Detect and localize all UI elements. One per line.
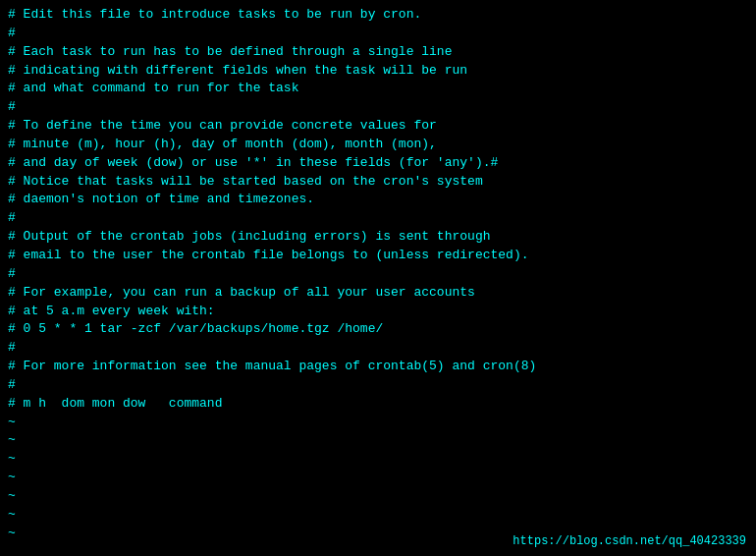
terminal-line: # Each task to run has to be defined thr… bbox=[8, 43, 748, 62]
terminal-line: # bbox=[8, 25, 748, 43]
terminal-line: # For more information see the manual pa… bbox=[8, 358, 748, 376]
watermark: https://blog.csdn.net/qq_40423339 bbox=[513, 534, 746, 548]
terminal-line: # bbox=[8, 209, 748, 228]
terminal-line: # Notice that tasks will be started base… bbox=[8, 173, 748, 192]
terminal-line: # bbox=[8, 376, 748, 395]
terminal-line: # at 5 a.m every week with: bbox=[8, 303, 748, 321]
terminal-line: # For example, you can run a backup of a… bbox=[8, 284, 748, 303]
terminal-line: # Output of the crontab jobs (including … bbox=[8, 228, 748, 247]
terminal-line: ~ bbox=[8, 450, 748, 469]
terminal-line: ~ bbox=[8, 469, 748, 487]
terminal-window: # Edit this file to introduce tasks to b… bbox=[0, 0, 756, 556]
terminal-line: # and what command to run for the task bbox=[8, 80, 748, 98]
terminal-line: # Edit this file to introduce tasks to b… bbox=[8, 6, 748, 25]
terminal-line: ~ bbox=[8, 414, 748, 432]
terminal-line: ~ bbox=[8, 431, 748, 450]
terminal-line: # bbox=[8, 98, 748, 117]
terminal-content: # Edit this file to introduce tasks to b… bbox=[8, 6, 748, 542]
terminal-line: # and day of week (dow) or use '*' in th… bbox=[8, 154, 748, 173]
terminal-line: # m h dom mon dow command bbox=[8, 395, 748, 414]
terminal-line: # bbox=[8, 339, 748, 358]
terminal-line: ~ bbox=[8, 506, 748, 525]
terminal-line: # daemon's notion of time and timezones. bbox=[8, 191, 748, 209]
terminal-line: # bbox=[8, 265, 748, 284]
terminal-line: ~ bbox=[8, 487, 748, 506]
terminal-line: # To define the time you can provide con… bbox=[8, 117, 748, 136]
terminal-line: # email to the user the crontab file bel… bbox=[8, 247, 748, 265]
terminal-line: # 0 5 * * 1 tar -zcf /var/backups/home.t… bbox=[8, 320, 748, 339]
terminal-line: # minute (m), hour (h), day of month (do… bbox=[8, 136, 748, 154]
terminal-line: # indicating with different fields when … bbox=[8, 62, 748, 81]
